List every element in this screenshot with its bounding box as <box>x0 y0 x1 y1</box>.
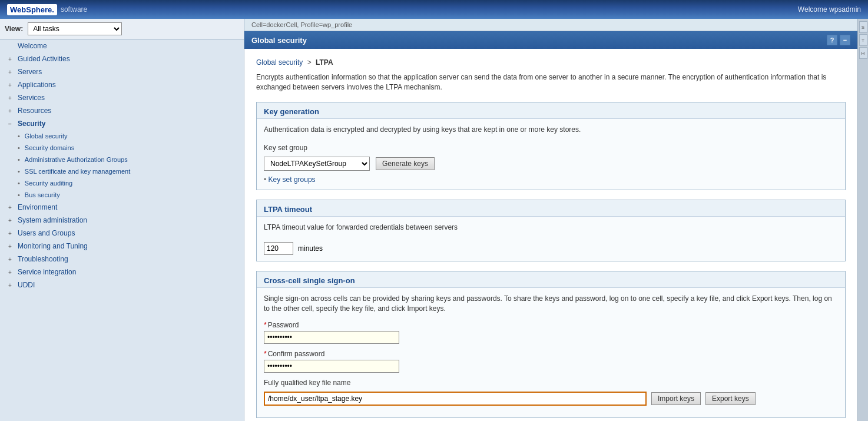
expand-icon-applications: + <box>8 82 15 88</box>
right-sidebar: S T H <box>857 19 868 421</box>
nav-label-bus-security: Bus security <box>25 191 60 198</box>
nav-system-admin[interactable]: + System administration <box>0 214 244 227</box>
nav-ssl-cert[interactable]: SSL certificate and key management <box>0 165 244 177</box>
confirm-password-input[interactable] <box>264 360 399 373</box>
nav-servers[interactable]: + Servers <box>0 65 244 78</box>
expand-icon-monitoring-tuning: + <box>8 243 15 250</box>
confirm-password-required-mark: * <box>264 350 267 358</box>
nav-troubleshooting[interactable]: + Troubleshooting <box>0 253 244 266</box>
nav-global-security[interactable]: Global security <box>0 130 244 142</box>
key-file-input[interactable] <box>264 392 647 406</box>
nav-label-monitoring-tuning: Monitoring and Tuning <box>18 242 88 250</box>
nav-admin-auth-groups[interactable]: Administrative Authorization Groups <box>0 154 244 165</box>
breadcrumb-global-security-link[interactable]: Global security <box>256 58 303 67</box>
key-set-groups-link-container: Key set groups <box>264 175 838 184</box>
confirm-password-field-container: *Confirm password <box>264 350 838 373</box>
nav-label-service-integration: Service integration <box>18 268 76 276</box>
key-set-groups-link[interactable]: Key set groups <box>269 175 316 184</box>
nav-label-system-admin: System administration <box>18 216 87 224</box>
ltpa-timeout-description: LTPA timeout value for forwarded credent… <box>264 223 838 233</box>
key-set-group-select[interactable]: NodeLTPAKeySetGroup <box>264 157 370 171</box>
nav-label-admin-auth-groups: Administrative Authorization Groups <box>25 156 128 163</box>
nav-security[interactable]: − Security <box>0 117 244 130</box>
sso-description: Single sign-on across cells can be provi… <box>264 294 838 314</box>
page-description: Encrypts authentication information so t… <box>256 72 846 92</box>
sidebar: View: All tasks Welcome + Guided Activit… <box>0 19 244 421</box>
nav-service-integration[interactable]: + Service integration <box>0 266 244 279</box>
nav-label-ssl-cert: SSL certificate and key management <box>25 168 130 175</box>
right-sidebar-item-2[interactable]: T <box>859 34 867 46</box>
software-label: software <box>61 5 87 14</box>
cross-cell-sso-title: Cross-cell single sign-on <box>257 271 845 288</box>
cross-cell-sso-section: Cross-cell single sign-on Single sign-on… <box>256 271 846 418</box>
password-input[interactable] <box>264 331 399 344</box>
key-file-row: Import keys Export keys <box>264 392 838 406</box>
key-file-label: Fully qualified key file name <box>264 379 838 387</box>
nav-label-users-groups: Users and Groups <box>18 229 75 237</box>
nav-label-resources: Resources <box>18 107 51 115</box>
welcome-message: Welcome wpsadmin <box>798 5 861 14</box>
nav-uddi[interactable]: + UDDI <box>0 279 244 291</box>
expand-icon-servers: + <box>8 69 15 75</box>
panel-header: Global security ? − <box>244 31 857 49</box>
nav-bus-security[interactable]: Bus security <box>0 189 244 201</box>
key-generation-content: Authentication data is encrypted and dec… <box>257 119 845 190</box>
generate-keys-button[interactable]: Generate keys <box>376 157 435 170</box>
timeout-unit: minutes <box>298 244 323 253</box>
expand-icon-service-integration: + <box>8 269 15 276</box>
cross-cell-sso-content: Single sign-on across cells can be provi… <box>257 288 845 417</box>
ltpa-timeout-section: LTPA timeout LTPA timeout value for forw… <box>256 200 846 261</box>
nav-security-domains[interactable]: Security domains <box>0 142 244 154</box>
nav-applications[interactable]: + Applications <box>0 78 244 91</box>
expand-icon-security: − <box>8 121 15 127</box>
right-sidebar-item-3[interactable]: H <box>859 47 867 59</box>
help-icon[interactable]: ? <box>827 35 837 45</box>
breadcrumb-current: LTPA <box>316 58 333 67</box>
right-sidebar-item-1[interactable]: S <box>859 21 867 33</box>
import-keys-button[interactable]: Import keys <box>651 392 701 405</box>
nav-label-security-domains: Security domains <box>25 144 74 151</box>
expand-icon-environment: + <box>8 204 15 211</box>
expand-icon-resources: + <box>8 108 15 114</box>
nav-security-auditing[interactable]: Security auditing <box>0 177 244 189</box>
websphere-logo: WebSphere. <box>7 4 57 15</box>
breadcrumb-separator: > <box>307 58 313 67</box>
nav-label-global-security: Global security <box>25 132 68 140</box>
timeout-row: minutes <box>264 242 838 255</box>
nav-guided-activities[interactable]: + Guided Activities <box>0 52 244 65</box>
nav-users-groups[interactable]: + Users and Groups <box>0 227 244 240</box>
nav-label-servers: Servers <box>18 68 42 76</box>
nav-label-security: Security <box>18 120 45 128</box>
nav-welcome[interactable]: Welcome <box>0 39 244 52</box>
key-set-group-label: Key set group <box>264 144 838 152</box>
nav-services[interactable]: + Services <box>0 91 244 104</box>
panel-title: Global security <box>251 36 307 45</box>
nav-monitoring-tuning[interactable]: + Monitoring and Tuning <box>0 240 244 253</box>
panel-header-icons: ? − <box>827 35 850 45</box>
collapse-icon[interactable]: − <box>840 35 850 45</box>
nav-label-uddi: UDDI <box>18 281 35 289</box>
view-label: View: <box>5 25 23 33</box>
expand-icon-uddi: + <box>8 282 15 289</box>
expand-icon-system-admin: + <box>8 217 15 224</box>
password-field-container: *Password <box>264 321 838 344</box>
nav-label-environment: Environment <box>18 203 57 211</box>
content-area: Cell=dockerCell, Profile=wp_profile Glob… <box>244 19 857 421</box>
nav-label-welcome: Welcome <box>18 42 47 50</box>
confirm-password-label: *Confirm password <box>264 350 838 358</box>
timeout-input[interactable] <box>264 242 293 255</box>
key-set-row: NodeLTPAKeySetGroup Generate keys <box>264 157 838 171</box>
main-layout: View: All tasks Welcome + Guided Activit… <box>0 19 868 421</box>
view-selector: View: All tasks <box>0 19 244 39</box>
nav-label-security-auditing: Security auditing <box>25 180 72 187</box>
nav-resources[interactable]: + Resources <box>0 104 244 117</box>
breadcrumb-bar: Cell=dockerCell, Profile=wp_profile <box>244 19 857 31</box>
nav-label-guided-activities: Guided Activities <box>18 55 70 63</box>
nav-environment[interactable]: + Environment <box>0 201 244 214</box>
key-generation-description: Authentication data is encrypted and dec… <box>264 125 838 135</box>
view-select[interactable]: All tasks <box>28 22 122 35</box>
password-label: *Password <box>264 321 838 329</box>
expand-icon-guided-activities: + <box>8 56 15 62</box>
content-panel: Global security ? − Global security > LT… <box>244 31 857 421</box>
export-keys-button[interactable]: Export keys <box>705 392 756 405</box>
